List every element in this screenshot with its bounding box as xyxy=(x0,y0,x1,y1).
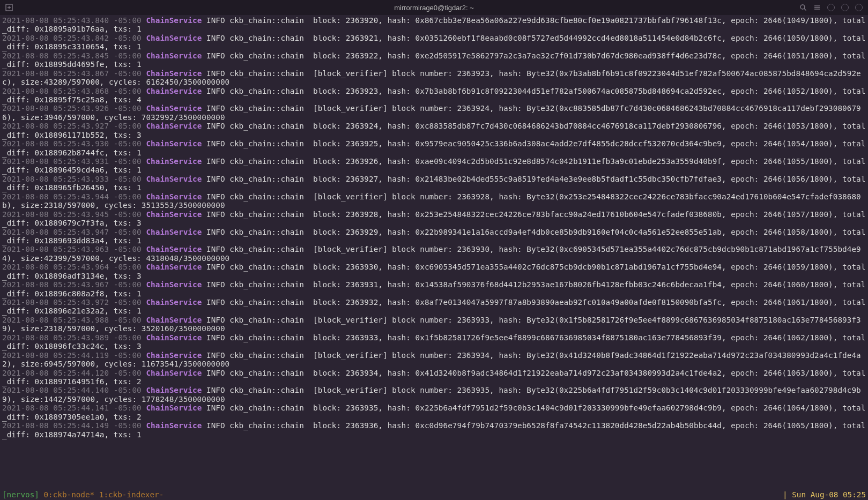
log-line: 2021-08-08 05:25:43.868 -05:00 ChainServ… xyxy=(2,87,866,105)
log-line: 2021-08-08 05:25:43.967 -05:00 ChainServ… xyxy=(2,280,866,298)
tmux-status-left: [nervos] 0:ckb-node* 1:ckb-indexer- xyxy=(2,490,164,499)
log-line: 2021-08-08 05:25:43.944 -05:00 ChainServ… xyxy=(2,192,866,210)
log-line: 2021-08-08 05:25:43.926 -05:00 ChainServ… xyxy=(2,104,866,122)
tmux-windows: 0:ckb-node* 1:ckb-indexer- xyxy=(39,490,164,499)
svg-point-3 xyxy=(800,5,805,9)
log-line: 2021-08-08 05:25:43.845 -05:00 ChainServ… xyxy=(2,51,866,69)
log-line: 2021-08-08 05:25:43.963 -05:00 ChainServ… xyxy=(2,245,866,263)
log-line: 2021-08-08 05:25:44.119 -05:00 ChainServ… xyxy=(2,351,866,369)
log-line: 2021-08-08 05:25:44.120 -05:00 ChainServ… xyxy=(2,369,866,386)
hamburger-menu-icon[interactable] xyxy=(813,4,821,11)
tmux-status-right: | Sun Aug-08 05:25 xyxy=(783,490,866,499)
minimize-button[interactable] xyxy=(827,4,835,11)
log-line: 2021-08-08 05:25:44.149 -05:00 ChainServ… xyxy=(2,421,866,439)
maximize-button[interactable] xyxy=(841,4,849,11)
log-line: 2021-08-08 05:25:43.964 -05:00 ChainServ… xyxy=(2,263,866,280)
log-line: 2021-08-08 05:25:44.141 -05:00 ChainServ… xyxy=(2,404,866,421)
terminal-output[interactable]: 2021-08-08 05:25:43.840 -05:00 ChainServ… xyxy=(0,15,868,490)
tmux-statusbar: [nervos] 0:ckb-node* 1:ckb-indexer- | Su… xyxy=(0,490,868,500)
log-line: 2021-08-08 05:25:43.867 -05:00 ChainServ… xyxy=(2,69,866,87)
log-line: 2021-08-08 05:25:43.927 -05:00 ChainServ… xyxy=(2,122,866,139)
new-tab-icon[interactable] xyxy=(5,4,13,11)
log-line: 2021-08-08 05:25:43.972 -05:00 ChainServ… xyxy=(2,298,866,316)
search-icon[interactable] xyxy=(799,4,807,11)
log-line: 2021-08-08 05:25:44.140 -05:00 ChainServ… xyxy=(2,386,866,404)
tmux-clock: Sun Aug-08 05:25 xyxy=(792,490,866,499)
log-line: 2021-08-08 05:25:43.930 -05:00 ChainServ… xyxy=(2,139,866,157)
log-line: 2021-08-08 05:25:43.945 -05:00 ChainServ… xyxy=(2,210,866,228)
log-line: 2021-08-08 05:25:43.931 -05:00 ChainServ… xyxy=(2,157,866,175)
log-line: 2021-08-08 05:25:43.840 -05:00 ChainServ… xyxy=(2,16,866,34)
log-line: 2021-08-08 05:25:43.988 -05:00 ChainServ… xyxy=(2,316,866,333)
log-line: 2021-08-08 05:25:43.989 -05:00 ChainServ… xyxy=(2,333,866,351)
log-line: 2021-08-08 05:25:43.947 -05:00 ChainServ… xyxy=(2,228,866,245)
log-line: 2021-08-08 05:25:43.842 -05:00 ChainServ… xyxy=(2,34,866,51)
svg-line-4 xyxy=(804,9,806,11)
window-title: mirrormirage0@tigdar2: ~ xyxy=(394,4,474,12)
window-titlebar: mirrormirage0@tigdar2: ~ xyxy=(0,0,868,15)
tmux-session-name: [nervos] xyxy=(2,490,39,499)
log-line: 2021-08-08 05:25:43.933 -05:00 ChainServ… xyxy=(2,175,866,192)
close-button[interactable] xyxy=(855,4,863,11)
